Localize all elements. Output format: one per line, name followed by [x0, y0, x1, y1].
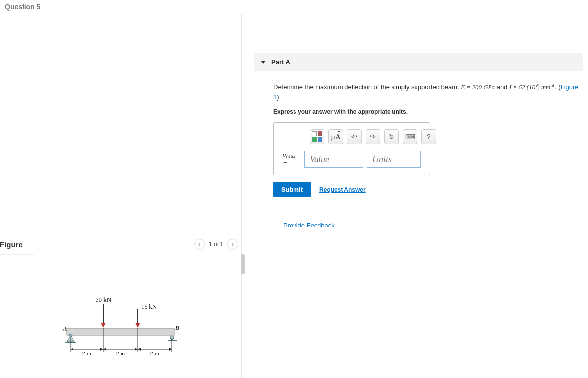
value-input[interactable]	[304, 151, 363, 168]
templates-button[interactable]	[310, 129, 324, 144]
beam-diagram: 30 kN 15 kN A B 2 m	[47, 282, 194, 365]
dim1: 2 m	[82, 350, 92, 357]
dim3: 2 m	[150, 350, 160, 357]
figure-panel: Figure ‹ 1 of 1 ›	[0, 236, 241, 378]
keyboard-button[interactable]: ⌨	[403, 129, 417, 144]
figure-divider	[0, 254, 34, 255]
svg-marker-18	[103, 348, 106, 351]
mu-label: µA	[331, 133, 340, 141]
prompt-prefix: Determine the maximum deflection of the …	[273, 83, 461, 91]
spacer	[0, 14, 241, 236]
i-expression: I = 62 (10⁶) mm⁴	[509, 83, 553, 91]
question-label: Question 5	[5, 3, 40, 11]
prompt-text: Determine the maximum deflection of the …	[273, 82, 583, 101]
right-pane: Part A Determine the maximum deflection …	[244, 14, 588, 378]
figure-title: Figure	[0, 240, 23, 249]
svg-marker-17	[100, 348, 103, 351]
pane-divider[interactable]	[241, 14, 244, 378]
figure-next-button[interactable]: ›	[227, 239, 238, 250]
figure-header: Figure ‹ 1 of 1 ›	[0, 237, 241, 254]
units-input[interactable]	[367, 151, 421, 168]
svg-marker-16	[71, 348, 74, 351]
divider-thumb[interactable]	[241, 254, 245, 274]
suffix2: )	[277, 93, 279, 101]
figure-nav: ‹ 1 of 1 ›	[194, 239, 238, 250]
instruction: Express your answer with the appropriate…	[273, 108, 583, 115]
answer-block: µA ↶ ↷ ↻ ⌨ ? vₘₐₓ =	[273, 122, 430, 175]
main-split: Figure ‹ 1 of 1 ›	[0, 14, 588, 378]
question-header: Question 5	[0, 0, 588, 14]
svg-marker-20	[138, 348, 141, 351]
svg-marker-8	[101, 323, 106, 328]
submit-button[interactable]: Submit	[273, 182, 311, 197]
undo-button[interactable]: ↶	[347, 129, 362, 144]
svg-rect-0	[67, 328, 174, 335]
svg-marker-10	[135, 323, 140, 328]
units-mu-button[interactable]: µA	[328, 129, 343, 144]
request-answer-link[interactable]: Request Answer	[319, 186, 366, 193]
redo-button[interactable]: ↷	[366, 129, 380, 144]
part-label: Part A	[271, 58, 290, 66]
help-button[interactable]: ?	[421, 129, 436, 144]
svg-marker-19	[135, 348, 138, 351]
svg-rect-1	[67, 328, 174, 329]
left-pane: Figure ‹ 1 of 1 ›	[0, 14, 241, 378]
load2-label: 15 kN	[141, 303, 157, 310]
dim2: 2 m	[116, 350, 125, 357]
point-a: A	[62, 325, 67, 332]
svg-marker-21	[169, 348, 172, 351]
point-b: B	[175, 324, 179, 331]
reset-button[interactable]: ↻	[384, 129, 399, 144]
mu-dot-icon	[338, 131, 340, 132]
provide-feedback-link[interactable]: Provide Feedback	[283, 222, 583, 229]
suffix: . (	[555, 83, 561, 91]
part-header[interactable]: Part A	[254, 53, 583, 71]
and-text: and	[497, 83, 509, 91]
figure-pager: 1 of 1	[209, 241, 223, 248]
figure-body: 30 kN 15 kN A B 2 m	[0, 270, 241, 378]
caret-down-icon	[261, 61, 266, 64]
figure-prev-button[interactable]: ‹	[194, 239, 205, 250]
answer-row: vₘₐₓ =	[283, 151, 421, 168]
vmax-label: vₘₐₓ =	[283, 151, 300, 168]
svg-point-3	[69, 334, 72, 337]
load1-label: 30 kN	[96, 296, 112, 303]
answer-toolbar: µA ↶ ↷ ↻ ⌨ ?	[310, 129, 421, 144]
e-expression: E = 200 GPa	[461, 83, 495, 91]
button-row: Submit Request Answer	[273, 182, 583, 197]
templates-icon	[312, 131, 322, 142]
